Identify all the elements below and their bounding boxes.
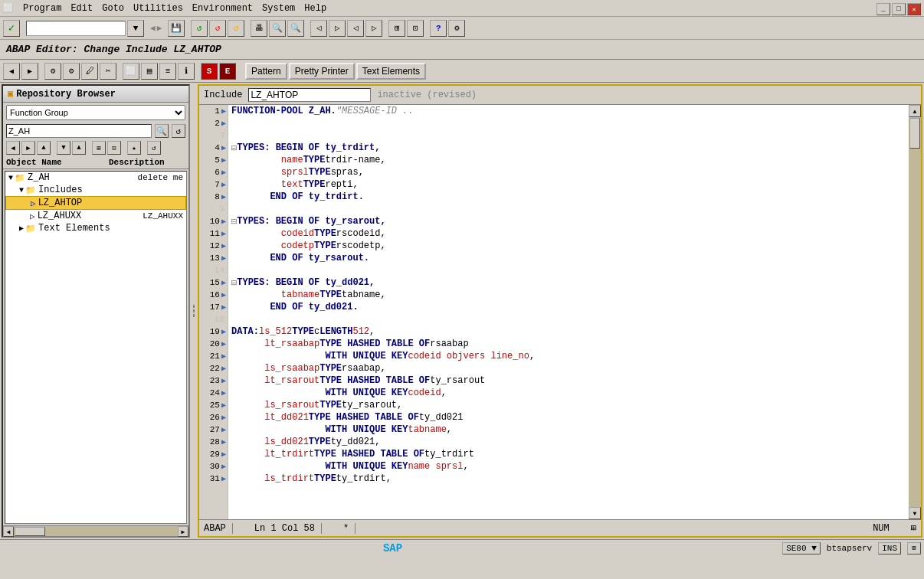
tool4[interactable]: ✂ [100, 63, 116, 80]
menu-goto[interactable]: Goto [102, 3, 124, 14]
tree-collapse[interactable]: ▲ [72, 141, 86, 155]
code-content[interactable]: FUNCTION-POOL Z_AH. "MESSAGE-ID .. ⊟TYPE… [228, 105, 909, 519]
pattern-button[interactable]: Pattern [245, 63, 287, 80]
search-button[interactable]: 🔍 [155, 124, 169, 138]
tool2[interactable]: ⚙ [63, 63, 80, 80]
tree-fwd[interactable]: ▶ [21, 141, 35, 155]
find2-btn[interactable]: 🔍 [287, 20, 304, 37]
back-nav-btn[interactable]: ◀ [3, 63, 20, 80]
back-button[interactable]: ✓ [3, 20, 20, 37]
nav4-btn[interactable]: ▷ [365, 20, 382, 37]
tree-item-lz-ahtop[interactable]: ▷ LZ_AHTOP [5, 196, 186, 210]
text-elements-button[interactable]: Text Elements [356, 63, 426, 80]
folder-icon: 📁 [15, 173, 25, 183]
tree-btn1[interactable]: ⊞ [92, 141, 106, 155]
line-num-26: 26▶ [199, 411, 228, 424]
help-btn[interactable]: ? [430, 20, 447, 37]
resize-handle[interactable] [192, 83, 196, 539]
code-line-2 [231, 117, 909, 129]
tree-item-text-elements[interactable]: ▶ 📁 Text Elements [5, 222, 186, 234]
menu-system[interactable]: System [262, 3, 295, 14]
lang-indicator: ABAP [204, 523, 233, 534]
tree-btn2[interactable]: ⊡ [107, 141, 121, 155]
hscroll-right-btn[interactable]: ▶ [178, 526, 188, 537]
tool3[interactable]: 🖊 [81, 63, 98, 80]
refresh-btn2[interactable]: ↺ [209, 20, 226, 37]
menu-utilities[interactable]: Utilities [133, 3, 183, 14]
code-line-12: codetp TYPE rscodetp, [231, 240, 909, 252]
settings-btn[interactable]: ⚙ [448, 20, 465, 37]
pretty-printer-button[interactable]: Pretty Printer [289, 63, 355, 80]
status-icon[interactable]: ⊞ [907, 542, 921, 554]
refresh-btn1[interactable]: ↺ [191, 20, 208, 37]
object-type-dropdown[interactable]: Function Group [6, 105, 185, 120]
nav3-btn[interactable]: ◁ [347, 20, 364, 37]
print-btn[interactable]: 🖶 [251, 20, 267, 37]
fwd-nav-btn[interactable]: ▶ [21, 63, 38, 80]
tree-star[interactable]: ★ [127, 141, 141, 155]
line-num-11: 11▶ [199, 227, 228, 240]
code-status-bar: ABAP Ln 1 Col 58 * NUM ⊞ [199, 519, 921, 536]
tool9[interactable]: S [201, 63, 218, 80]
refresh-tree-btn[interactable]: ↺ [172, 124, 185, 138]
nav2-btn[interactable]: ▷ [329, 20, 346, 37]
tool5[interactable]: ⬜ [123, 63, 139, 80]
menu-bar: ⬜ Program Edit Goto Utilities Environmen… [0, 0, 924, 17]
close-button[interactable]: ✕ [907, 3, 921, 15]
line-num-31: 31▶ [199, 473, 228, 485]
tree-item-z-ah[interactable]: ▼ 📁 Z_AH delete me [5, 172, 186, 184]
line-num-20: 20▶ [199, 338, 228, 350]
command-field[interactable] [26, 21, 126, 36]
nav1-btn[interactable]: ◁ [310, 20, 327, 37]
code-line-1: FUNCTION-POOL Z_AH. "MESSAGE-ID .. [231, 105, 909, 117]
search-input[interactable] [6, 124, 152, 138]
tool10[interactable]: E [219, 63, 236, 80]
code-line-6: sprsl TYPE spras, [231, 166, 909, 178]
layout1-btn[interactable]: ⊞ [388, 20, 405, 37]
program-icon: ⬜ [3, 3, 14, 13]
vscroll-up-btn[interactable]: ▲ [909, 105, 921, 117]
vscroll-down-btn[interactable]: ▼ [909, 507, 921, 519]
dropdown-btn[interactable]: ▼ [127, 20, 144, 37]
line-num-2: 2▶ [199, 117, 228, 129]
tree-expand[interactable]: ▼ [57, 141, 70, 155]
hscroll-left-btn[interactable]: ◀ [3, 526, 14, 537]
line-num-27: 27▶ [199, 424, 228, 436]
expand-icon: ▼ [8, 174, 13, 182]
editor-header: Include inactive (revised) [199, 86, 921, 105]
info-btn[interactable]: ↺ [228, 20, 244, 37]
maximize-button[interactable]: □ [892, 3, 906, 15]
code-line-14 [231, 264, 909, 276]
tree-item-includes[interactable]: ▼ 📁 Includes [5, 184, 186, 196]
code-line-15: ⊟TYPES: BEGIN OF ty_dd021, [231, 276, 909, 289]
menu-environment[interactable]: Environment [192, 3, 253, 14]
find-btn[interactable]: 🔍 [269, 20, 286, 37]
layout2-btn[interactable]: ⊡ [407, 20, 424, 37]
folder-icon3: 📁 [25, 224, 36, 234]
insert-mode-badge[interactable]: INS [878, 542, 901, 554]
minimize-button[interactable]: _ [876, 3, 890, 15]
code-line-5: name TYPE trdir-name, [231, 154, 909, 166]
line-num-1: 1▶ [199, 105, 228, 117]
line-numbers-panel: 1▶ 2▶ 3 4▶ 5▶ 6▶ 7▶ 8▶ 9 10▶ 11▶ 12▶ 13▶… [199, 105, 228, 519]
menu-edit[interactable]: Edit [70, 3, 93, 14]
hscroll-thumb[interactable] [15, 527, 45, 536]
expand-icon3: ▶ [19, 224, 24, 233]
tree-refresh2[interactable]: ↺ [147, 141, 161, 155]
tree-back[interactable]: ◀ [6, 141, 20, 155]
save-btn[interactable]: 💾 [168, 20, 185, 37]
tree-item-lz-ahuxx[interactable]: ▷ LZ_AHUXX LZ_AHUXX [5, 210, 186, 222]
tool8[interactable]: ℹ [178, 63, 195, 80]
vscroll-thumb[interactable] [909, 118, 920, 149]
include-value-input[interactable] [248, 88, 371, 102]
tree-up[interactable]: ▲ [37, 141, 51, 155]
menu-help[interactable]: Help [304, 3, 326, 14]
line-num-28: 28▶ [199, 436, 228, 448]
system-badge[interactable]: SE80 ▼ [782, 542, 821, 554]
tool1[interactable]: ⚙ [44, 63, 61, 80]
menu-program[interactable]: Program [23, 3, 61, 14]
code-line-10: ⊟TYPES: BEGIN OF ty_rsarout, [231, 215, 909, 227]
code-line-21: WITH UNIQUE KEY codeid objvers line_no, [231, 350, 909, 362]
tool6[interactable]: ▤ [141, 63, 158, 80]
tool7[interactable]: ≡ [159, 63, 176, 80]
